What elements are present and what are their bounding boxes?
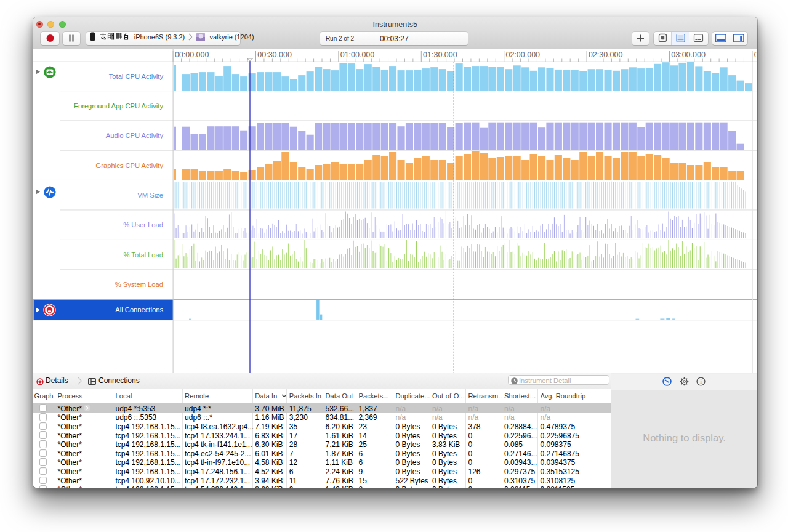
svg-text:01:00.000: 01:00.000 [340,50,374,59]
svg-text:01:30.000: 01:30.000 [423,50,457,59]
svg-text:02:00.000: 02:00.000 [505,50,540,59]
svg-text:i: i [700,379,702,385]
svg-text:00:30.000: 00:30.000 [257,50,292,59]
svg-text:02:30.000: 02:30.000 [588,50,622,59]
svg-text:00:00.000: 00:00.000 [174,50,209,59]
svg-text:03:00.000: 03:00.000 [671,50,706,59]
svg-text:03:30.000: 03:30.000 [754,50,757,59]
